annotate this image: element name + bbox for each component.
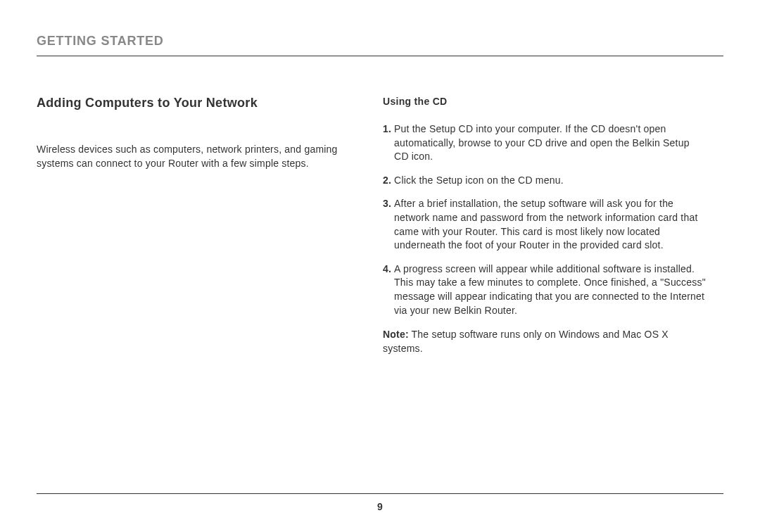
list-number: 2. [383, 174, 391, 188]
note-text: The setup software runs only on Windows … [383, 329, 669, 354]
list-number: 4. [383, 262, 391, 317]
column-left: Adding Computers to Your Network Wireles… [37, 96, 353, 356]
list-number: 1. [383, 122, 391, 164]
chapter-title: GETTING STARTED [37, 34, 723, 49]
divider-top [37, 56, 723, 56]
footer-area: 9 [37, 493, 723, 512]
divider-bottom [37, 493, 723, 494]
list-item: 1. Put the Setup CD into your computer. … [383, 122, 707, 164]
list-item: 3. After a brief installation, the setup… [383, 197, 707, 252]
steps-list: 1. Put the Setup CD into your computer. … [383, 122, 707, 317]
column-right: Using the CD 1. Put the Setup CD into yo… [383, 96, 707, 356]
list-text: Click the Setup icon on the CD menu. [394, 174, 707, 188]
content-columns: Adding Computers to Your Network Wireles… [37, 96, 723, 356]
section-heading: Adding Computers to Your Network [37, 96, 353, 110]
page-container: GETTING STARTED Adding Computers to Your… [0, 0, 760, 356]
note-block: Note: The setup software runs only on Wi… [383, 327, 707, 356]
list-text: After a brief installation, the setup so… [394, 197, 707, 252]
list-number: 3. [383, 197, 391, 252]
page-number: 9 [37, 501, 723, 512]
intro-text: Wireless devices such as computers, netw… [37, 143, 353, 170]
sub-heading: Using the CD [383, 96, 707, 107]
list-item: 2. Click the Setup icon on the CD menu. [383, 174, 707, 188]
list-text: A progress screen will appear while addi… [394, 262, 707, 317]
list-text: Put the Setup CD into your computer. If … [394, 122, 707, 164]
note-label: Note: [383, 329, 409, 340]
list-item: 4. A progress screen will appear while a… [383, 262, 707, 317]
